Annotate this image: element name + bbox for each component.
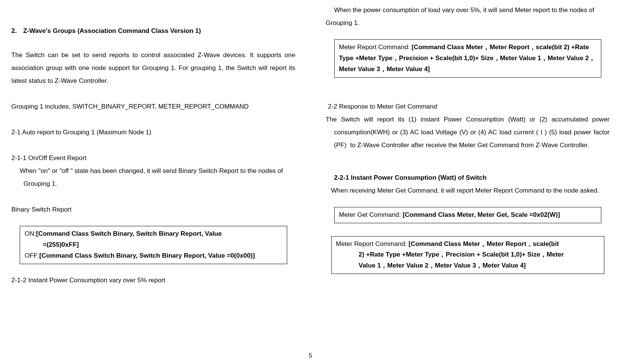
sub-2-2-1-text: When receiving Meter Get Command, it wil…: [326, 184, 610, 197]
sub-2-1-1: 2-1-1 On/Off Event Report: [11, 152, 296, 165]
section-2-para1: The Switch can be set to send reports to…: [11, 49, 296, 87]
box3-prefix: Meter Get Command:: [339, 211, 403, 218]
sub-2-2: 2-2 Response to Meter Get Command: [326, 100, 610, 113]
section-2-title: 2. Z-Wave's Groups (Association Command …: [11, 25, 296, 37]
right-column: When the power consumption of load vary …: [326, 4, 610, 287]
meter-get-command-box: Meter Get Command: [Command Class Meter,…: [334, 207, 602, 223]
box4-prefix: Meter Report Command:: [336, 240, 409, 247]
box1-off-value: [Command Class Switch Binary, Switch Bin…: [39, 252, 255, 259]
box1-on-value-line1: [Command Class Switch Binary, Switch Bin…: [36, 229, 222, 240]
box2-prefix: Meter Report Command:: [339, 44, 412, 51]
page-number: 5: [0, 350, 621, 362]
binary-switch-report-box: ON: [Command Class Switch Binary, Switch…: [20, 226, 287, 264]
sub-2-1-2: 2-1-2 Instant Power Consumption vary ove…: [11, 274, 296, 287]
box1-off-label: OFF:: [25, 252, 39, 259]
meter-report-command-box-1: Meter Report Command: [Command Class Met…: [334, 39, 602, 78]
box1-on-label: ON:: [25, 229, 36, 240]
left-column: 2. Z-Wave's Groups (Association Command …: [11, 4, 296, 287]
box1-on-value-line2: =(255)0xFF]: [25, 240, 282, 250]
sub-2-2-text: The Switch will report its (1) instant P…: [326, 113, 610, 152]
box3-content: [Command Class Meter, Meter Get, Scale =…: [403, 211, 560, 218]
box4-line1: [Command Class Meter，Meter Report，scale(…: [408, 240, 559, 247]
section-2-para2: Grouping 1 includes, SWITCH_BINARY_REPOR…: [11, 100, 296, 113]
meter-report-command-box-2: Meter Report Command: [Command Class Met…: [331, 236, 605, 274]
box4-line3: Value 1，Meter Value 2，Meter Value 3，Mete…: [336, 260, 600, 271]
sub-2-1-1-text: When "on" or "off " state has been chang…: [11, 165, 296, 190]
right-top-para: When the power consumption of load vary …: [326, 4, 610, 30]
box4-line2: 2) +Rate Type +Meter Type，Precision + Sc…: [336, 249, 600, 260]
sub-2-1: 2-1 Auto report to Grouping 1 (Maximum N…: [11, 126, 296, 139]
sub-2-2-1-title: 2-2-1 Instant Power Consumption (Watt) o…: [326, 171, 610, 184]
page-content: 2. Z-Wave's Groups (Association Command …: [0, 0, 621, 287]
binary-switch-report-label: Binary Switch Report: [11, 203, 296, 216]
